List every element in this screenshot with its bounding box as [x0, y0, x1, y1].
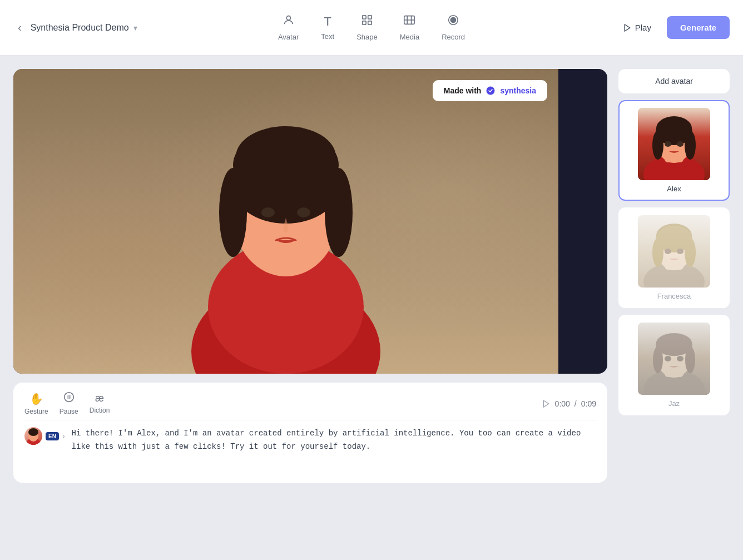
language-badge: EN [46, 432, 59, 440]
time-play-icon [542, 399, 551, 408]
gesture-label: Gesture [24, 408, 48, 415]
generate-button[interactable]: Generate [667, 16, 730, 39]
svg-point-54 [677, 356, 683, 361]
text-icon: T [324, 14, 331, 29]
svg-point-17 [219, 168, 247, 257]
script-area: EN › Hi there! I'm Alex, and I'm an avat… [24, 427, 596, 454]
navbar: ‹ Synthesia Product Demo ▾ Avatar T Text… [0, 0, 743, 56]
svg-point-34 [685, 131, 696, 160]
avatar-svg [169, 85, 403, 374]
pause-control[interactable]: Pause [60, 391, 78, 415]
svg-point-0 [286, 16, 290, 20]
svg-point-35 [665, 141, 671, 147]
avatar-card-alex[interactable]: Alex [618, 100, 730, 201]
control-tools: ✋ Gesture Pause æ [24, 391, 110, 415]
svg-marker-8 [625, 24, 630, 31]
right-sidebar: Add avatar [618, 69, 730, 547]
text-label: Text [321, 32, 334, 41]
play-icon [623, 23, 632, 32]
avatar-jaz-bg [638, 323, 710, 395]
svg-point-21 [64, 393, 73, 402]
diction-control[interactable]: æ Diction [90, 393, 110, 414]
back-button[interactable]: ‹ [13, 17, 26, 38]
media-label: Media [400, 33, 419, 41]
svg-rect-4 [368, 21, 371, 24]
svg-point-52 [685, 346, 695, 373]
avatar-alex-name: Alex [667, 185, 681, 193]
avatar-mini-svg [24, 427, 42, 445]
diction-icon: æ [95, 393, 104, 404]
svg-point-19 [236, 126, 336, 187]
project-title: Synthesia Product Demo [31, 23, 129, 33]
toolbar: Avatar T Text Shape Media [268, 8, 475, 47]
record-icon [447, 14, 459, 29]
tool-avatar[interactable]: Avatar [268, 8, 309, 47]
synthesia-logo-icon [486, 86, 496, 96]
svg-point-36 [677, 141, 683, 147]
script-avatar-thumb [24, 427, 42, 445]
bottom-panel: ✋ Gesture Pause æ [13, 383, 607, 483]
svg-marker-24 [543, 400, 548, 407]
avatar-card-jaz[interactable]: Jaz [618, 315, 730, 415]
avatar-thumb-jaz [638, 323, 710, 395]
avatar-card-francesca[interactable]: Francesca [618, 207, 730, 308]
avatar-preview [169, 85, 403, 374]
diction-label: Diction [90, 407, 110, 414]
video-preview[interactable]: Made with synthesia [13, 69, 607, 374]
time-current: 0:00 [555, 399, 570, 408]
svg-point-33 [652, 131, 663, 160]
center-column: Made with synthesia ✋ Gesture [13, 69, 607, 547]
time-separator: / [574, 399, 577, 408]
synthesia-brand: synthesia [500, 86, 536, 95]
watermark-prefix: Made with [444, 86, 482, 95]
avatar-francesca-bg [638, 215, 710, 288]
svg-point-18 [325, 168, 353, 257]
pause-icon [63, 391, 75, 405]
shape-icon [361, 14, 373, 29]
pause-label: Pause [60, 408, 78, 415]
avatar-jaz-svg [643, 325, 705, 395]
avatar-francesca-svg [643, 218, 705, 288]
svg-point-27 [28, 428, 38, 436]
tool-record[interactable]: Record [432, 8, 475, 47]
add-avatar-button[interactable]: Add avatar [618, 69, 730, 93]
tool-text[interactable]: T Text [311, 9, 344, 46]
main-content: Made with synthesia ✋ Gesture [0, 56, 743, 560]
svg-point-51 [653, 346, 663, 373]
svg-rect-3 [363, 21, 366, 24]
watermark: Made with synthesia [433, 80, 547, 101]
svg-point-15 [261, 207, 275, 217]
svg-rect-1 [363, 16, 366, 19]
svg-point-6 [451, 17, 456, 22]
shape-label: Shape [356, 33, 378, 41]
svg-point-16 [297, 207, 310, 217]
tool-shape[interactable]: Shape [346, 8, 388, 47]
svg-point-20 [487, 87, 495, 95]
dropdown-icon[interactable]: ▾ [133, 23, 137, 32]
svg-point-44 [665, 249, 671, 254]
time-total: 0:09 [581, 399, 596, 408]
avatar-thumb-alex [638, 108, 710, 180]
svg-point-42 [652, 238, 663, 267]
video-canvas: Made with synthesia [13, 69, 558, 374]
avatar-thumb-francesca [638, 215, 710, 288]
play-button[interactable]: Play [616, 18, 658, 37]
record-label: Record [442, 33, 465, 41]
svg-point-43 [685, 238, 696, 267]
tool-media[interactable]: Media [390, 8, 429, 47]
time-display: 0:00 / 0:09 [542, 399, 596, 408]
svg-rect-2 [368, 16, 371, 19]
chevron-right-icon[interactable]: › [62, 432, 65, 440]
bottom-controls: ✋ Gesture Pause æ [24, 391, 596, 420]
gesture-control[interactable]: ✋ Gesture [24, 392, 48, 415]
avatar-icon [283, 14, 295, 29]
svg-point-45 [677, 249, 683, 254]
gesture-icon: ✋ [29, 392, 43, 405]
script-text[interactable]: Hi there! I'm Alex, and I'm an avatar cr… [72, 427, 596, 454]
avatar-francesca-name: Francesca [657, 292, 691, 300]
script-avatar-info[interactable]: EN › [24, 427, 65, 445]
avatar-alex-bg [638, 108, 710, 180]
media-icon [403, 14, 415, 29]
play-label: Play [635, 23, 651, 32]
avatar-alex-svg [643, 111, 705, 180]
